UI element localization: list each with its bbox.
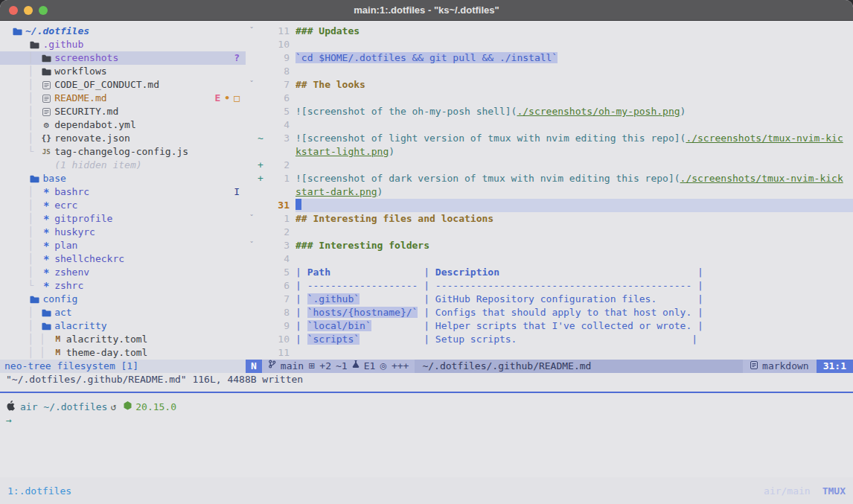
prompt-hostname: air [20, 401, 37, 414]
diff-changed: ~1 [336, 360, 348, 373]
zoom-button[interactable] [39, 6, 48, 15]
tree-item-label: zshenv [53, 266, 89, 279]
window-title: main:1:.dotfiles - "ks~/.dotfiles" [0, 4, 853, 16]
star-icon: * [39, 185, 53, 199]
mode-indicator: N [246, 360, 262, 373]
minimize-button[interactable] [24, 6, 33, 15]
tree-item-shellcheckrc[interactable]: │ *shellcheckrc [0, 252, 246, 266]
tree-item-config[interactable]: config [0, 293, 246, 306]
git-segment: main ⊞ +2 ~1 E1 ◎ +++ [262, 360, 415, 373]
file-icon [39, 78, 53, 92]
editor-line[interactable]: 10 [246, 38, 853, 51]
tree-item-label: dependabot.yml [53, 118, 136, 132]
tree-item-plan[interactable]: │ *plan [0, 239, 246, 252]
diff-icon: ⊞ [308, 360, 315, 373]
tree-item-bashrc[interactable]: │ *bashrcI [0, 185, 246, 199]
tree-item-theme-day-toml[interactable]: │ │ Mtheme-day.toml [0, 346, 246, 360]
tree-item-code-of-conduct-md[interactable]: │ CODE_OF_CONDUCT.md [0, 78, 246, 92]
prompt-space [37, 401, 43, 414]
tmux-window-label[interactable]: 1:.dotfiles [7, 485, 71, 497]
editor-line[interactable]: kstart-light.png) [246, 145, 853, 159]
editor-line[interactable]: +2 [246, 159, 853, 172]
shell-prompt: air ~/.dotfiles ↺ 20.15.0 [6, 401, 847, 414]
tree-item-alacritty[interactable]: │ alacritty [0, 319, 246, 333]
tree-item-renovate-json[interactable]: │ {}renovate.json [0, 132, 246, 145]
editor-line[interactable]: 11 [246, 346, 853, 360]
editor-line[interactable]: ˇ1## Interesting files and locations [246, 212, 853, 226]
editor-line[interactable]: 8| `hosts/{hostname}/` | Configs that sh… [246, 306, 853, 319]
tree-item-label: gitprofile [53, 212, 112, 226]
folder-icon [28, 38, 41, 51]
terminal-window: main:1:.dotfiles - "ks~/.dotfiles" ~/.do… [0, 0, 853, 504]
tree-item-label: (1 hidden item) [53, 159, 141, 172]
tree-item-zshenv[interactable]: │ *zshenv [0, 266, 246, 279]
tree-item-security-md[interactable]: │ SECURITY.md [0, 105, 246, 118]
editor-line[interactable]: ˇ7## The looks [246, 78, 853, 92]
tmux-session-label: air/main [764, 485, 811, 497]
neo-tree-panel[interactable]: ~/.dotfiles .github │ screenshots? │ wor… [0, 21, 246, 360]
hunk-icon: ◎ [380, 360, 387, 373]
tree-item-label: act [53, 306, 71, 319]
tree-item-workflows[interactable]: │ workflows [0, 65, 246, 78]
tree-item-github[interactable]: .github [0, 38, 246, 51]
tree-item-screenshots[interactable]: │ screenshots? [0, 51, 246, 65]
editor-line[interactable]: 9`cd $HOME/.dotfiles && git pull && ./in… [246, 51, 853, 65]
tree-item-label: screenshots [53, 51, 118, 65]
shell-pane[interactable]: air ~/.dotfiles ↺ 20.15.0 → [0, 393, 853, 427]
editor-line[interactable]: 4 [246, 118, 853, 132]
star-icon: * [39, 279, 53, 293]
tree-item-badges: ? [234, 51, 240, 65]
editor-line[interactable]: 10| `scripts` | Setup scripts. | [246, 333, 853, 346]
toml-icon: M [51, 333, 65, 346]
tree-item-label: workflows [53, 65, 106, 78]
editor-line[interactable]: 5| Path | Description | [246, 266, 853, 279]
editor-line[interactable]: 5![screenshot of the oh-my-posh shell](.… [246, 105, 853, 118]
editor-buffer[interactable]: ˇ11### Updates109`cd $HOME/.dotfiles && … [246, 21, 853, 360]
tree-item-readme-md[interactable]: │ README.mdE•□ [0, 92, 246, 105]
editor-line[interactable]: 4 [246, 252, 853, 266]
git-sync-icon: ↺ [107, 401, 119, 414]
editor-line[interactable]: 6| ------------------- | ---------------… [246, 279, 853, 293]
tree-item-label: bashrc [53, 185, 89, 199]
tree-item-zshrc[interactable]: └ *zshrc [0, 279, 246, 293]
titlebar: main:1:.dotfiles - "ks~/.dotfiles" [0, 0, 853, 21]
editor-line[interactable]: start-dark.png) [246, 185, 853, 199]
tree-item-alacritty-toml[interactable]: │ │ Malacritty.toml [0, 333, 246, 346]
git-branch-icon [268, 360, 276, 373]
close-button[interactable] [9, 6, 18, 15]
editor-line[interactable]: 31 [246, 199, 853, 212]
tree-item-label: .github [41, 38, 83, 51]
file-icon [750, 360, 758, 373]
tree-item-label: CODE_OF_CONDUCT.md [53, 78, 159, 92]
tree-item-dotfiles[interactable]: ~/.dotfiles [0, 25, 246, 38]
js-icon: JS [39, 145, 53, 159]
editor-line[interactable]: 7| `.github` | GitHub Repository configu… [246, 293, 853, 306]
editor-line[interactable]: +1![screenshot of dark version of tmux w… [246, 172, 853, 185]
tree-item-base[interactable]: base [0, 172, 246, 185]
editor-line[interactable]: ˇ11### Updates [246, 25, 853, 38]
tree-item-dependabot-yml[interactable]: │ ⚙dependabot.yml [0, 118, 246, 132]
status-row: neo-tree filesystem [1] N main ⊞ +2 ~1 E… [0, 360, 853, 373]
editor-line[interactable]: 8 [246, 65, 853, 78]
traffic-lights [9, 6, 48, 15]
diff-added: +2 [319, 360, 331, 373]
editor-line[interactable]: 9| `local/bin` | Helper scripts that I'v… [246, 319, 853, 333]
tree-item-1-hidden-item: (1 hidden item) [0, 159, 246, 172]
editor-line[interactable]: ~3![screenshot of light version of tmux … [246, 132, 853, 145]
tree-item-huskyrc[interactable]: │ *huskyrc [0, 226, 246, 239]
editor-line[interactable]: 6 [246, 92, 853, 105]
apple-icon [6, 401, 15, 415]
tree-item-label: shellcheckrc [53, 252, 124, 266]
editor-line[interactable]: ˇ3### Interesting folders [246, 239, 853, 252]
node-version: 20.15.0 [135, 401, 176, 414]
tree-item-gitprofile[interactable]: │ *gitprofile [0, 212, 246, 226]
tree-item-label: base [41, 172, 66, 185]
editor-line[interactable]: 2 [246, 226, 853, 239]
tree-item-tag-changelog-config-js[interactable]: └ JStag-changelog-config.js [0, 145, 246, 159]
tree-item-label: plan [53, 239, 77, 252]
tree-item-label: zshrc [53, 279, 83, 293]
tree-item-ecrc[interactable]: │ *ecrc [0, 199, 246, 212]
tree-item-label: renovate.json [53, 132, 130, 145]
folder-icon [28, 172, 41, 185]
tree-item-act[interactable]: │ act [0, 306, 246, 319]
